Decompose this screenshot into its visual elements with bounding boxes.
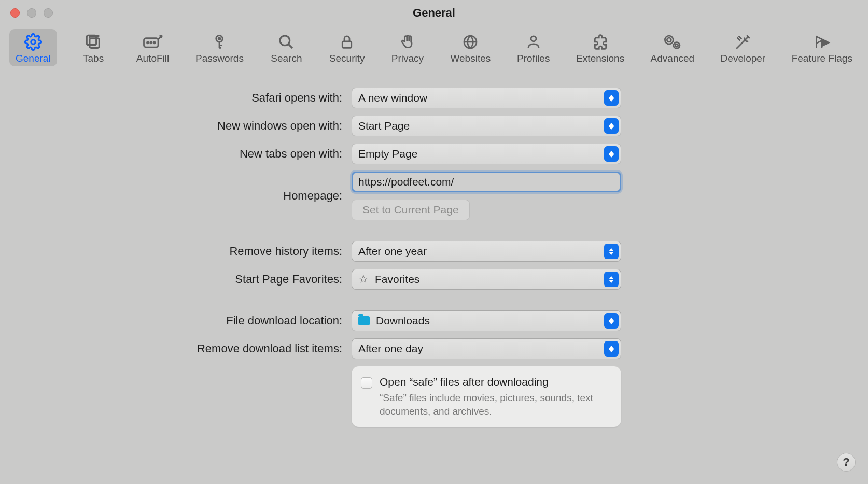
svg-rect-1 [90, 38, 99, 48]
window-controls [10, 8, 53, 18]
popup-value: A new window [358, 92, 614, 104]
homepage-label: Homepage: [21, 189, 342, 203]
toolbar-label: Search [271, 53, 302, 64]
favorites-popup[interactable]: ☆ Favorites [352, 269, 621, 290]
svg-point-14 [665, 36, 673, 44]
safe-files-callout: Open “safe” files after downloading “Saf… [352, 366, 621, 427]
updown-icon [604, 341, 619, 357]
tabs-icon [82, 32, 105, 52]
tab-profiles[interactable]: Profiles [511, 29, 556, 66]
safe-files-hint: “Safe” files include movies, pictures, s… [380, 391, 603, 418]
svg-point-13 [667, 38, 671, 42]
toolbar-label: Security [329, 53, 365, 64]
tab-autofill[interactable]: AutoFill [130, 29, 176, 66]
preferences-window: General General Tabs AutoFill Passwords [0, 0, 868, 484]
updown-icon [604, 118, 619, 134]
popup-value: Downloads [376, 315, 614, 327]
svg-point-12 [531, 36, 536, 41]
opens-with-label: Safari opens with: [21, 91, 342, 105]
gears-icon [661, 32, 684, 52]
remove-downloads-popup[interactable]: After one day [352, 338, 621, 359]
globe-icon [459, 32, 482, 52]
hand-icon [396, 32, 419, 52]
toolbar-label: Tabs [83, 53, 104, 64]
zoom-window-button[interactable] [44, 8, 53, 18]
lock-icon [335, 32, 358, 52]
tab-general[interactable]: General [9, 29, 57, 66]
tab-websites[interactable]: Websites [444, 29, 497, 66]
tab-feature-flags[interactable]: Feature Flags [786, 29, 859, 66]
tab-extensions[interactable]: Extensions [570, 29, 631, 66]
general-pane: Safari opens with: A new window New wind… [0, 72, 868, 450]
tools-icon [732, 32, 754, 52]
updown-icon [604, 90, 619, 106]
homepage-value: https://podfeet.com/ [358, 176, 454, 188]
gear-icon [22, 32, 45, 52]
download-location-label: File download location: [21, 314, 342, 328]
favorites-label: Start Page Favorites: [21, 273, 342, 286]
svg-point-9 [280, 36, 290, 46]
svg-point-6 [153, 42, 155, 44]
close-window-button[interactable] [10, 8, 20, 18]
minimize-window-button[interactable] [27, 8, 36, 18]
svg-point-4 [147, 42, 148, 44]
tab-developer[interactable]: Developer [715, 29, 772, 66]
toolbar-label: AutoFill [136, 53, 169, 64]
svg-rect-10 [342, 41, 352, 48]
download-location-popup[interactable]: Downloads [352, 310, 621, 331]
popup-value: After one day [358, 343, 614, 355]
updown-icon [604, 313, 619, 329]
svg-point-0 [31, 40, 36, 45]
search-icon [275, 32, 298, 52]
updown-icon [604, 244, 619, 259]
safe-files-label: Open “safe” files after downloading [380, 376, 603, 388]
help-button[interactable]: ? [837, 453, 856, 472]
titlebar: General [0, 0, 868, 26]
tab-search[interactable]: Search [263, 29, 309, 66]
svg-point-16 [674, 42, 680, 49]
tab-security[interactable]: Security [323, 29, 371, 66]
popup-value: Empty Page [358, 148, 614, 160]
preferences-toolbar: General Tabs AutoFill Passwords Search [0, 26, 868, 72]
toolbar-label: Passwords [195, 53, 244, 64]
key-icon [208, 32, 231, 52]
autofill-icon [142, 32, 164, 52]
window-title: General [413, 6, 455, 20]
new-windows-label: New windows open with: [21, 119, 342, 133]
tab-tabs[interactable]: Tabs [71, 29, 116, 66]
new-windows-popup[interactable]: Start Page [352, 116, 621, 136]
popup-value: Favorites [375, 273, 614, 286]
homepage-field[interactable]: https://podfeet.com/ [352, 172, 621, 192]
toolbar-label: Advanced [651, 53, 695, 64]
toolbar-label: Privacy [391, 53, 424, 64]
updown-icon [604, 146, 619, 162]
puzzle-icon [589, 32, 612, 52]
folder-icon [358, 316, 370, 325]
star-icon: ☆ [358, 273, 369, 286]
safe-files-checkbox[interactable] [361, 377, 372, 389]
svg-point-5 [150, 42, 151, 44]
popup-value: Start Page [358, 120, 614, 132]
toolbar-label: Feature Flags [792, 53, 852, 64]
tab-privacy[interactable]: Privacy [385, 29, 430, 66]
updown-icon [604, 272, 619, 287]
remove-downloads-label: Remove download list items: [21, 342, 342, 355]
new-tabs-label: New tabs open with: [21, 147, 342, 161]
toolbar-label: General [16, 53, 51, 64]
popup-value: After one year [358, 245, 614, 258]
toolbar-label: Developer [721, 53, 766, 64]
new-tabs-popup[interactable]: Empty Page [352, 144, 621, 164]
svg-point-15 [675, 44, 678, 47]
toolbar-label: Websites [450, 53, 491, 64]
svg-point-8 [219, 38, 221, 40]
tab-advanced[interactable]: Advanced [645, 29, 701, 66]
tab-passwords[interactable]: Passwords [189, 29, 250, 66]
toolbar-label: Extensions [576, 53, 624, 64]
remove-history-label: Remove history items: [21, 245, 342, 258]
person-icon [522, 32, 545, 52]
opens-with-popup[interactable]: A new window [352, 88, 621, 108]
flags-icon [810, 32, 833, 52]
remove-history-popup[interactable]: After one year [352, 241, 621, 262]
set-current-page-button[interactable]: Set to Current Page [352, 200, 470, 220]
toolbar-label: Profiles [517, 53, 550, 64]
